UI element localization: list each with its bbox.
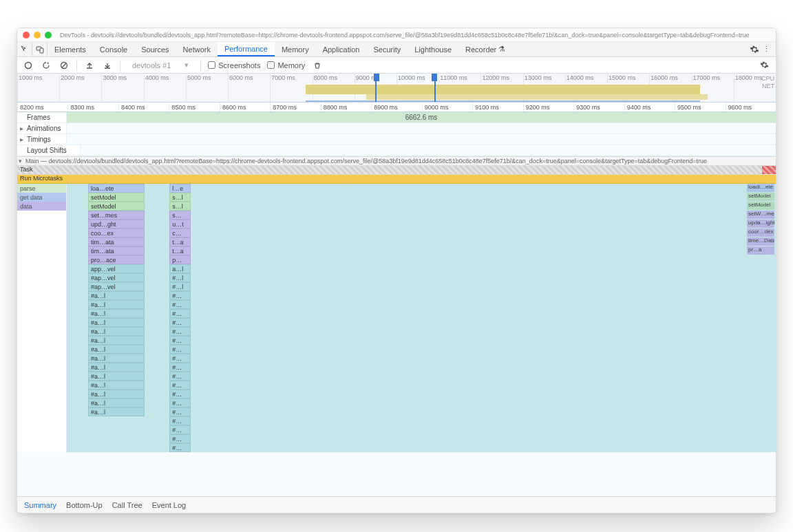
flame-bar[interactable]: #a…l bbox=[88, 381, 145, 390]
garbage-collect-icon[interactable] bbox=[312, 60, 323, 71]
flame-lane[interactable]: #… bbox=[67, 443, 776, 452]
flame-chart[interactable]: loadi…etesetModelsetModelsetW…mesupda…ig… bbox=[17, 184, 776, 452]
capture-settings-gear-icon[interactable] bbox=[758, 59, 770, 72]
flame-lane[interactable]: #ap…vel#…l bbox=[67, 273, 776, 282]
flame-bar[interactable]: #… bbox=[169, 381, 191, 390]
save-profile-icon[interactable] bbox=[102, 60, 113, 71]
selection-handle-right[interactable] bbox=[432, 74, 437, 81]
flame-bar[interactable]: #… bbox=[169, 363, 191, 372]
flame-lane[interactable]: loa…etel…e bbox=[67, 184, 776, 193]
details-tab-summary[interactable]: Summary bbox=[24, 501, 56, 509]
flame-lane[interactable]: #a…l#… bbox=[67, 407, 776, 416]
chevron-right-icon[interactable]: ▸ bbox=[20, 136, 27, 143]
screenshots-checkbox-input[interactable] bbox=[208, 61, 215, 69]
flame-bar[interactable]: #…l bbox=[169, 282, 191, 291]
screenshots-checkbox[interactable]: Screenshots bbox=[208, 61, 260, 70]
flame-lane[interactable]: set…mess… bbox=[67, 211, 776, 220]
flame-bar[interactable]: #a…l bbox=[88, 345, 145, 354]
flame-lane[interactable]: tim…atat…a bbox=[67, 246, 776, 255]
flame-lane[interactable]: #a…l#… bbox=[67, 345, 776, 354]
flame-bar[interactable]: #…l bbox=[169, 273, 191, 282]
flame-bar[interactable]: #… bbox=[169, 309, 191, 318]
flame-bar[interactable]: #a…l bbox=[88, 363, 145, 372]
flame-bar[interactable]: setModel bbox=[88, 202, 145, 211]
memory-checkbox-input[interactable] bbox=[267, 61, 275, 69]
flame-bar[interactable]: #… bbox=[169, 398, 191, 407]
flame-bar[interactable]: s…l bbox=[169, 193, 191, 202]
flame-lane[interactable]: #a…l#… bbox=[67, 381, 776, 390]
flame-bar[interactable]: coo…ex bbox=[88, 228, 145, 237]
panel-tab-recorder[interactable]: Recorder ⚗ bbox=[458, 42, 512, 56]
device-toolbar-icon[interactable] bbox=[32, 42, 47, 57]
flame-bar[interactable]: #a…l bbox=[88, 354, 145, 363]
flame-bar[interactable]: #… bbox=[169, 291, 191, 300]
flame-bar[interactable]: app…vel bbox=[88, 264, 145, 273]
flame-lane[interactable]: #a…l#… bbox=[67, 318, 776, 327]
detail-ruler[interactable]: 8200 ms8300 ms8400 ms8500 ms8600 ms8700 … bbox=[17, 103, 776, 112]
selection-handle-left[interactable] bbox=[374, 74, 379, 81]
flame-bar[interactable]: l…e bbox=[169, 184, 191, 193]
main-thread-header[interactable]: ▾ Main — devtools://devtools/bundled/dev… bbox=[17, 156, 776, 166]
settings-gear-icon[interactable] bbox=[748, 43, 761, 56]
flame-bar[interactable]: c… bbox=[169, 228, 191, 237]
flame-bar[interactable]: #… bbox=[169, 345, 191, 354]
overview-selection[interactable] bbox=[375, 74, 436, 102]
flame-bar[interactable]: #… bbox=[169, 407, 191, 416]
flame-bar[interactable]: #a…l bbox=[88, 372, 145, 381]
overview-timeline[interactable]: 1000 ms2000 ms3000 ms4000 ms5000 ms6000 … bbox=[17, 74, 776, 103]
tracks-panel[interactable]: Frames 6662.6 ms ▸Animations ▸Timings La… bbox=[17, 112, 776, 496]
chevron-right-icon[interactable]: ▸ bbox=[20, 125, 27, 132]
flame-bar[interactable]: s… bbox=[169, 211, 191, 220]
flame-bar[interactable]: #a…l bbox=[88, 300, 145, 309]
reload-record-icon[interactable] bbox=[41, 60, 52, 71]
flame-bar[interactable]: p… bbox=[169, 255, 191, 264]
flame-bar[interactable]: tim…ata bbox=[88, 237, 145, 246]
flame-bar[interactable]: #… bbox=[169, 372, 191, 381]
panel-tab-memory[interactable]: Memory bbox=[275, 42, 316, 56]
flame-lane[interactable]: #… bbox=[67, 434, 776, 443]
flame-bar[interactable]: tim…ata bbox=[88, 246, 145, 255]
flame-lane[interactable]: #a…l#… bbox=[67, 398, 776, 407]
panel-tab-performance[interactable]: Performance bbox=[218, 42, 275, 56]
flame-bar[interactable]: t…a bbox=[169, 246, 191, 255]
panel-tab-network[interactable]: Network bbox=[176, 42, 218, 56]
flame-bar[interactable]: #… bbox=[169, 318, 191, 327]
track-timings[interactable]: ▸Timings bbox=[17, 134, 776, 145]
more-options-icon[interactable]: ⋮ bbox=[761, 45, 772, 54]
flame-bar[interactable]: #… bbox=[169, 425, 191, 434]
flame-bar[interactable]: #a…l bbox=[88, 309, 145, 318]
flame-lane[interactable]: #a…l#… bbox=[67, 336, 776, 345]
track-frames[interactable]: Frames 6662.6 ms bbox=[17, 112, 776, 123]
flame-bar[interactable]: #ap…vel bbox=[88, 273, 145, 282]
task-row[interactable]: Task bbox=[17, 166, 776, 175]
flame-bar[interactable]: #ap…vel bbox=[88, 282, 145, 291]
flame-lane[interactable]: #… bbox=[67, 416, 776, 425]
close-icon[interactable] bbox=[23, 32, 30, 39]
microtasks-row[interactable]: Run Microtasks bbox=[17, 175, 776, 184]
track-animations[interactable]: ▸Animations bbox=[17, 123, 776, 134]
flame-lane[interactable]: setModels…l bbox=[67, 193, 776, 202]
flame-lane[interactable]: app…vela…l bbox=[67, 264, 776, 273]
record-icon[interactable] bbox=[23, 60, 34, 71]
flame-lane[interactable]: coo…exc… bbox=[67, 228, 776, 237]
details-tab-event-log[interactable]: Event Log bbox=[152, 501, 187, 509]
flame-bar[interactable]: #a…l bbox=[88, 336, 145, 345]
panel-tab-security[interactable]: Security bbox=[366, 42, 408, 56]
profile-selector[interactable]: devtools #1 ▾ bbox=[127, 59, 193, 71]
flame-lane[interactable]: #ap…vel#…l bbox=[67, 282, 776, 291]
panel-tab-console[interactable]: Console bbox=[93, 42, 134, 56]
maximize-icon[interactable] bbox=[45, 32, 52, 39]
flame-bar[interactable]: loa…ete bbox=[88, 184, 145, 193]
panel-tab-elements[interactable]: Elements bbox=[47, 42, 93, 56]
flame-bar[interactable]: #a…l bbox=[88, 291, 145, 300]
track-layout-shifts[interactable]: Layout Shifts bbox=[17, 145, 776, 156]
clear-icon[interactable] bbox=[59, 60, 70, 71]
flame-lane[interactable]: #a…l#… bbox=[67, 390, 776, 398]
flame-lane[interactable]: setModels…l bbox=[67, 202, 776, 211]
flame-bar[interactable]: #a…l bbox=[88, 327, 145, 336]
flame-bar[interactable]: t…a bbox=[169, 237, 191, 246]
flame-bar[interactable]: #… bbox=[169, 443, 191, 452]
flame-bar[interactable]: a…l bbox=[169, 264, 191, 273]
flame-bar[interactable]: upd…ght bbox=[88, 220, 145, 228]
flame-bar[interactable]: #… bbox=[169, 300, 191, 309]
